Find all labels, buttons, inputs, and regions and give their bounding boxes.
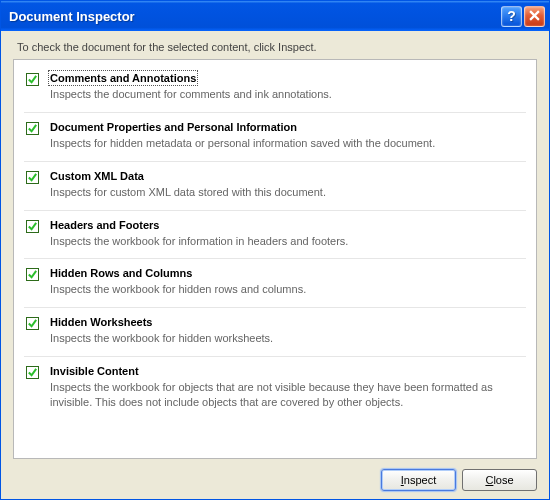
item-description: Inspects for custom XML data stored with…	[50, 185, 526, 200]
item-checkbox[interactable]	[26, 268, 39, 281]
checkbox-column	[26, 365, 50, 410]
checkbox-column	[26, 219, 50, 249]
inspection-item: Hidden Rows and ColumnsInspects the work…	[24, 261, 526, 308]
checkmark-icon	[27, 74, 38, 85]
item-text-column: Headers and FootersInspects the workbook…	[50, 219, 526, 249]
checkbox-column	[26, 267, 50, 297]
item-description: Inspects for hidden metadata or personal…	[50, 136, 526, 151]
item-title[interactable]: Document Properties and Personal Informa…	[50, 121, 526, 133]
checkbox-column	[26, 316, 50, 346]
item-checkbox[interactable]	[26, 171, 39, 184]
item-text-column: Document Properties and Personal Informa…	[50, 121, 526, 151]
item-text-column: Hidden Rows and ColumnsInspects the work…	[50, 267, 526, 297]
checkmark-icon	[27, 318, 38, 329]
inspection-item: Document Properties and Personal Informa…	[24, 115, 526, 162]
inspection-item: Comments and AnnotationsInspects the doc…	[24, 66, 526, 113]
inspection-item: Custom XML DataInspects for custom XML d…	[24, 164, 526, 211]
item-checkbox[interactable]	[26, 73, 39, 86]
titlebar-buttons: ?	[501, 6, 545, 27]
inspection-item: Invisible ContentInspects the workbook f…	[24, 359, 526, 420]
checkmark-icon	[27, 221, 38, 232]
close-button[interactable]: Close	[462, 469, 537, 491]
inspection-item: Headers and FootersInspects the workbook…	[24, 213, 526, 260]
item-checkbox[interactable]	[26, 366, 39, 379]
window-close-button[interactable]	[524, 6, 545, 27]
item-text-column: Hidden WorksheetsInspects the workbook f…	[50, 316, 526, 346]
help-button[interactable]: ?	[501, 6, 522, 27]
item-text-column: Custom XML DataInspects for custom XML d…	[50, 170, 526, 200]
checkmark-icon	[27, 367, 38, 378]
item-title[interactable]: Hidden Rows and Columns	[50, 267, 526, 279]
item-description: Inspects the document for comments and i…	[50, 87, 526, 102]
item-description: Inspects the workbook for objects that a…	[50, 380, 526, 410]
checkmark-icon	[27, 172, 38, 183]
inspect-button-label: Inspect	[401, 474, 436, 486]
item-title[interactable]: Comments and Annotations	[50, 72, 196, 84]
item-description: Inspects the workbook for hidden workshe…	[50, 331, 526, 346]
inspect-button[interactable]: Inspect	[381, 469, 456, 491]
item-text-column: Invisible ContentInspects the workbook f…	[50, 365, 526, 410]
item-description: Inspects the workbook for hidden rows an…	[50, 282, 526, 297]
checkbox-column	[26, 170, 50, 200]
item-title[interactable]: Custom XML Data	[50, 170, 526, 182]
item-checkbox[interactable]	[26, 122, 39, 135]
close-icon	[529, 9, 540, 24]
item-title[interactable]: Headers and Footers	[50, 219, 526, 231]
checkmark-icon	[27, 269, 38, 280]
dialog-content: To check the document for the selected c…	[1, 31, 549, 499]
item-title[interactable]: Hidden Worksheets	[50, 316, 526, 328]
document-inspector-dialog: Document Inspector ? To check the docume…	[0, 0, 550, 500]
checkmark-icon	[27, 123, 38, 134]
item-description: Inspects the workbook for information in…	[50, 234, 526, 249]
help-icon: ?	[507, 8, 516, 24]
button-row: Inspect Close	[13, 459, 537, 491]
item-checkbox[interactable]	[26, 220, 39, 233]
item-title[interactable]: Invisible Content	[50, 365, 526, 377]
inspection-item: Hidden WorksheetsInspects the workbook f…	[24, 310, 526, 357]
inspection-list[interactable]: Comments and AnnotationsInspects the doc…	[13, 59, 537, 459]
checkbox-column	[26, 72, 50, 102]
checkbox-column	[26, 121, 50, 151]
item-text-column: Comments and AnnotationsInspects the doc…	[50, 72, 526, 102]
window-title: Document Inspector	[9, 9, 501, 24]
item-checkbox[interactable]	[26, 317, 39, 330]
instruction-text: To check the document for the selected c…	[13, 41, 537, 53]
titlebar: Document Inspector ?	[1, 1, 549, 31]
close-button-label: Close	[485, 474, 513, 486]
